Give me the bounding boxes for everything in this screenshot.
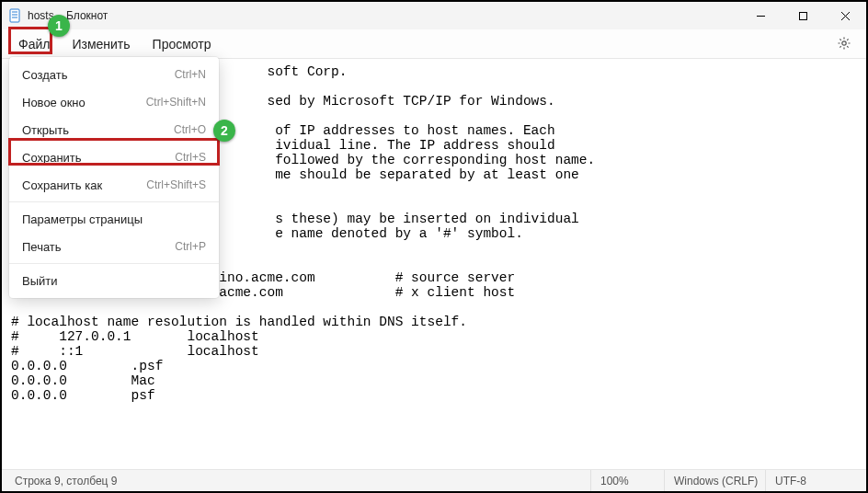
menu-separator (9, 201, 219, 202)
menu-separator (9, 263, 219, 264)
menu-item-label: Открыть (22, 123, 69, 137)
settings-button[interactable] (829, 29, 859, 59)
svg-point-8 (842, 40, 846, 44)
menu-item-label: Сохранить как (22, 178, 102, 192)
menu-item-open[interactable]: Открыть Ctrl+O (9, 116, 219, 143)
menu-item-exit[interactable]: Выйти (9, 267, 219, 294)
status-line-ending: Windows (CRLF) (664, 470, 765, 491)
file-menu-dropdown: Создать Ctrl+N Новое окно Ctrl+Shift+N О… (9, 57, 219, 298)
status-position: Строка 9, столбец 9 (2, 475, 590, 487)
status-zoom[interactable]: 100% (590, 470, 664, 491)
menu-item-label: Сохранить (22, 151, 82, 165)
menu-file[interactable]: Файл (7, 29, 61, 58)
menu-view[interactable]: Просмотр (142, 29, 223, 58)
menu-item-label: Параметры страницы (22, 212, 143, 226)
menu-edit[interactable]: Изменить (61, 29, 141, 58)
maximize-button[interactable] (782, 2, 824, 29)
close-button[interactable] (824, 2, 866, 29)
window-title: hosts – Блокнот (28, 9, 108, 22)
window-controls (739, 2, 866, 29)
menu-item-shortcut: Ctrl+Shift+N (146, 96, 206, 109)
titlebar: hosts – Блокнот (2, 2, 866, 29)
menu-item-shortcut: Ctrl+O (174, 123, 206, 136)
minimize-button[interactable] (739, 2, 782, 29)
menu-item-shortcut: Ctrl+Shift+S (146, 178, 206, 191)
menu-item-new[interactable]: Создать Ctrl+N (9, 61, 219, 88)
menu-item-shortcut: Ctrl+N (175, 68, 206, 81)
menubar: Файл Изменить Просмотр (2, 29, 866, 59)
gear-icon (837, 36, 851, 53)
notepad-icon (7, 8, 22, 23)
menu-item-shortcut: Ctrl+P (175, 240, 206, 253)
menu-item-label: Выйти (22, 274, 58, 288)
statusbar: Строка 9, столбец 9 100% Windows (CRLF) … (2, 469, 866, 491)
status-encoding: UTF-8 (765, 470, 866, 491)
svg-rect-0 (10, 9, 19, 22)
menu-item-label: Новое окно (22, 96, 86, 109)
menu-item-print[interactable]: Печать Ctrl+P (9, 233, 219, 260)
menu-item-page-setup[interactable]: Параметры страницы (9, 205, 219, 233)
menu-item-save[interactable]: Сохранить Ctrl+S (9, 143, 219, 171)
menu-item-label: Печать (22, 240, 62, 254)
menu-item-label: Создать (22, 68, 67, 82)
menu-item-new-window[interactable]: Новое окно Ctrl+Shift+N (9, 88, 219, 116)
svg-rect-5 (799, 12, 806, 19)
menu-item-shortcut: Ctrl+S (175, 151, 206, 164)
menu-item-save-as[interactable]: Сохранить как Ctrl+Shift+S (9, 171, 219, 199)
